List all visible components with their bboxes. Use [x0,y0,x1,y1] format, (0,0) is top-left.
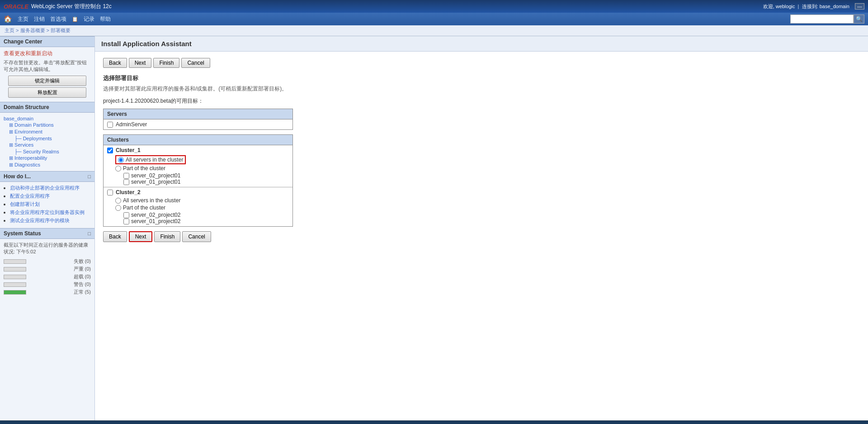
main-content: Install Application Assistant Back Next … [95,36,868,420]
connected-text: 连接到: base_domain [802,4,849,9]
nav-record[interactable]: 记录 [84,15,94,23]
security-realms-link[interactable]: ├─ Security Realms [14,148,91,155]
domain-structure: base_domain ⊞ Domain Partitions ⊞ Enviro… [0,113,94,171]
cluster-1-part-radio[interactable] [115,166,121,172]
cluster-1-server-02-name: server_02_project01 [131,172,180,179]
status-label-critical: 严重 (0) [29,266,91,272]
cluster-1-server-02: server_02_project01 [123,172,289,179]
servers-header: Servers [104,109,292,119]
nav-preferences[interactable]: 首选项 [50,15,66,23]
lock-edit-button[interactable]: 锁定并编辑 [8,76,87,86]
cluster-2-part-label[interactable]: Part of the cluster [115,205,289,211]
change-center: 查看更改和重新启动 不存在暂挂更改。单击"将放配置"按钮可允许其他人编辑域。 锁… [0,47,94,102]
finish-button-top[interactable]: Finish [153,58,179,68]
cluster-1-server-01: server_01_project01 [123,179,289,185]
view-changes-link[interactable]: 查看更改和重新启动 [4,50,91,57]
home-icon[interactable]: 🏠 [4,15,12,23]
cluster-2-checkbox[interactable] [107,190,113,195]
cluster-2-server-02-checkbox[interactable] [123,212,129,218]
cluster-1-server-01-checkbox[interactable] [123,179,129,185]
cluster-1-all-radio[interactable] [118,157,124,163]
next-button-bottom[interactable]: Next [129,231,153,242]
diagnostics-link[interactable]: ⊞ Diagnostics [9,162,91,168]
status-label-warning: 警告 (0) [29,281,91,288]
system-status-content: 截至以下时间正在运行的服务器的健康状况: 下午5:02 失败 (0) 严重 (0… [0,239,94,299]
services-link[interactable]: ⊞ Services [9,142,91,148]
cluster-2-server-01-checkbox[interactable] [123,219,129,224]
release-config-button[interactable]: 释放配置 [8,87,87,98]
deployments-link[interactable]: ├─ Deployments [14,135,91,142]
nav-bar: 🏠 主页 注销 首选项 📋 记录 帮助 🔍 [0,13,868,25]
domain-partitions-link[interactable]: ⊞ Domain Partitions [9,122,91,129]
admin-server-name: AdminServer [116,121,147,128]
section-title: 选择部署目标 [103,74,860,82]
system-status-desc: 截至以下时间正在运行的服务器的健康状况: 下午5:02 [4,242,91,255]
system-status-header: System Status □ [0,228,94,239]
breadcrumb-home[interactable]: 主页 [5,28,14,33]
cluster-2-part-radio[interactable] [115,205,121,211]
cluster-1-all-label[interactable]: All servers in the cluster [118,157,183,163]
cancel-button-top[interactable]: Cancel [181,58,210,68]
back-button-top[interactable]: Back [103,58,127,68]
how-do-i-link-4[interactable]: 将企业应用程序定位到服务器实例 [10,210,85,215]
status-bar-warning-bg [4,282,26,287]
environment-link[interactable]: ⊞ Environment [9,129,91,135]
nav-logout[interactable]: 注销 [34,15,45,23]
cluster-2-server-01-label[interactable]: server_01_project02 [123,218,289,224]
how-do-i-link-5[interactable]: 测试企业应用程序中的模块 [10,218,70,223]
bottom-action-buttons: Back Next Finish Cancel [103,231,860,242]
cluster-1-label[interactable]: Cluster_1 [107,147,289,153]
nav-help[interactable]: 帮助 [100,15,111,23]
weblogic-title: WebLogic Server 管理控制台 12c [31,3,112,10]
search-input[interactable] [790,14,854,24]
nav-home[interactable]: 主页 [18,15,28,23]
search-button[interactable]: 🔍 [854,14,864,24]
cluster-2-label[interactable]: Cluster_2 [107,189,289,195]
status-bar-overload-bg [4,275,26,279]
cluster-1-server-01-name: server_01_project01 [131,179,180,185]
main-layout: Change Center 查看更改和重新启动 不存在暂挂更改。单击"将放配置"… [0,36,868,420]
cluster-1-server-02-checkbox[interactable] [123,173,129,179]
how-do-i-section: 启动和停止部署的企业应用程序 配置企业应用程序 创建部署计划 将企业应用程序定位… [0,182,94,228]
status-bar-normal-bg [4,290,26,295]
interoperability-link[interactable]: ⊞ Interoperability [9,155,91,162]
cluster-2-server-02-label[interactable]: server_02_project02 [123,212,289,218]
search-bar: 🔍 [790,14,864,24]
how-do-i-link-2[interactable]: 配置企业应用程序 [10,193,50,199]
minimize-icon[interactable]: — [855,3,864,10]
admin-server-checkbox[interactable] [107,122,113,128]
deployments-item: ├─ Deployments [4,135,91,142]
cluster-2-servers: server_02_project02 server_01_project02 [115,212,289,224]
environment-item: ⊞ Environment [4,129,91,135]
cluster-1-servers: server_02_project01 server_01_project01 [115,172,289,185]
next-button-top[interactable]: Next [129,58,152,68]
system-status-title: System Status [4,230,41,237]
cluster-2-all-label[interactable]: All servers in the cluster [115,197,289,204]
finish-button-bottom[interactable]: Finish [154,231,180,242]
top-action-buttons: Back Next Finish Cancel [103,58,860,68]
cluster-1-server-01-label[interactable]: server_01_project01 [123,179,289,185]
cluster-1-server-02-label[interactable]: server_02_project01 [123,172,289,179]
cluster-2-all-radio[interactable] [115,198,121,204]
cluster-2-all-text: All servers in the cluster [123,197,180,204]
how-do-i-item-2: 配置企业应用程序 [10,193,91,200]
how-do-i-link-1[interactable]: 启动和停止部署的企业应用程序 [10,185,80,191]
how-do-i-collapse[interactable]: □ [88,174,91,179]
cluster-1-checkbox[interactable] [107,148,113,153]
breadcrumb-server-summary[interactable]: 服务器概要 [20,28,45,33]
system-status-collapse[interactable]: □ [88,231,91,236]
how-do-i-header: How do I... □ [0,171,94,182]
nav-record-icon: 📋 [72,16,78,22]
clusters-header: Clusters [104,135,292,145]
domain-root-link[interactable]: base_domain [4,115,91,122]
cluster-1-part-label[interactable]: Part of the cluster [115,165,289,172]
status-bar-normal-fill [4,291,26,294]
admin-server-label[interactable]: AdminServer [107,121,289,128]
cluster-2-options: All servers in the cluster Part of the c… [107,197,289,224]
cluster-2-server-01-name: server_01_project02 [131,218,180,224]
cancel-button-bottom[interactable]: Cancel [182,231,211,242]
content-body: Back Next Finish Cancel 选择部署目标 选择要对其部署此应… [95,52,868,255]
how-do-i-link-3[interactable]: 创建部署计划 [10,201,40,207]
top-bar: ORACLE WebLogic Server 管理控制台 12c 欢迎, web… [0,0,868,13]
back-button-bottom[interactable]: Back [103,231,127,242]
